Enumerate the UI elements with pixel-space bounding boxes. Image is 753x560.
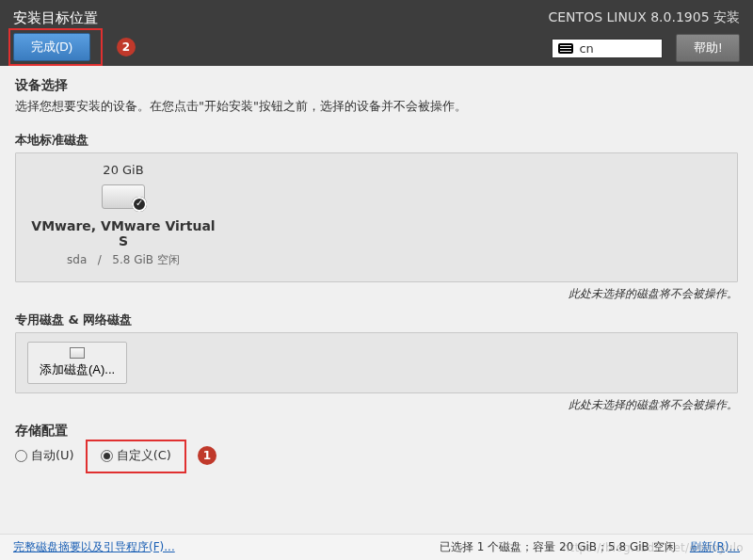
disk-name: VMware, VMware Virtual S bbox=[29, 218, 217, 248]
local-disks-note: 此处未选择的磁盘将不会被操作。 bbox=[15, 286, 738, 302]
radio-auto[interactable]: 自动(U) bbox=[15, 447, 74, 464]
help-button[interactable]: 帮助! bbox=[676, 34, 740, 62]
special-disks-note: 此处未选择的磁盘将不会被操作。 bbox=[15, 397, 738, 413]
keyboard-icon bbox=[558, 43, 573, 54]
footer-bar: 完整磁盘摘要以及引导程序(F)... 已选择 1 个磁盘；容量 20 GiB；5… bbox=[0, 534, 753, 560]
keyboard-layout-indicator[interactable]: cn bbox=[552, 39, 663, 58]
device-select-title: 设备选择 bbox=[15, 77, 738, 94]
radio-icon-custom bbox=[101, 450, 113, 462]
disk-dev: sda bbox=[67, 253, 87, 266]
disk-icon bbox=[102, 184, 145, 209]
done-button-wrapper: 完成(D) bbox=[13, 33, 98, 61]
radio-custom[interactable]: 自定义(C) bbox=[101, 447, 171, 464]
disk-size: 20 GiB bbox=[29, 163, 217, 177]
refresh-link[interactable]: 刷新(R)... bbox=[690, 540, 740, 553]
storage-heading: 存储配置 bbox=[15, 423, 738, 440]
storage-options-row: 自动(U) 自定义(C) 1 bbox=[15, 443, 738, 468]
disk-sep: / bbox=[98, 253, 102, 266]
header-right: CENTOS LINUX 8.0.1905 安装 cn 帮助! bbox=[549, 9, 741, 56]
device-select-desc: 选择您想要安装的设备。在您点击"开始安装"按钮之前，选择的设备并不会被操作。 bbox=[15, 98, 738, 115]
radio-custom-label: 自定义(C) bbox=[117, 447, 171, 464]
footer-right: 已选择 1 个磁盘；容量 20 GiB；5.8 GiB 空闲 刷新(R)... bbox=[440, 539, 740, 555]
disk-item[interactable]: 20 GiB VMware, VMware Virtual S sda / 5.… bbox=[29, 163, 217, 268]
annotation-step-2: 2 bbox=[117, 38, 136, 56]
add-disk-label: 添加磁盘(A)... bbox=[40, 361, 115, 378]
keyboard-layout-label: cn bbox=[579, 41, 593, 56]
installer-subtitle: CENTOS LINUX 8.0.1905 安装 bbox=[549, 9, 741, 26]
header-left: 安装目标位置 完成(D) bbox=[13, 9, 98, 56]
local-disks-panel: 20 GiB VMware, VMware Virtual S sda / 5.… bbox=[15, 152, 738, 282]
header-toolbar: cn 帮助! bbox=[552, 34, 740, 62]
storage-config: 存储配置 自动(U) 自定义(C) 1 bbox=[15, 423, 738, 468]
special-disks-heading: 专用磁盘 & 网络磁盘 bbox=[15, 312, 738, 328]
disk-summary-link[interactable]: 完整磁盘摘要以及引导程序(F)... bbox=[13, 539, 175, 555]
special-disks-panel: 添加磁盘(A)... bbox=[15, 332, 738, 393]
done-button[interactable]: 完成(D) bbox=[13, 33, 90, 61]
disk-subinfo: sda / 5.8 GiB 空闲 bbox=[29, 252, 217, 268]
installer-header: 安装目标位置 完成(D) 2 CENTOS LINUX 8.0.1905 安装 … bbox=[0, 0, 753, 66]
disk-free: 5.8 GiB 空闲 bbox=[112, 253, 180, 266]
check-icon bbox=[134, 199, 145, 210]
add-disk-button[interactable]: 添加磁盘(A)... bbox=[27, 342, 127, 384]
radio-custom-wrapper: 自定义(C) bbox=[91, 443, 181, 468]
add-disk-icon bbox=[70, 347, 85, 359]
annotation-step-1: 1 bbox=[198, 446, 216, 465]
radio-auto-label: 自动(U) bbox=[31, 447, 74, 464]
local-disks-heading: 本地标准磁盘 bbox=[15, 132, 738, 149]
footer-status: 已选择 1 个磁盘；容量 20 GiB；5.8 GiB 空闲 bbox=[440, 540, 676, 553]
radio-icon-auto bbox=[15, 450, 27, 462]
content-area: 设备选择 选择您想要安装的设备。在您点击"开始安装"按钮之前，选择的设备并不会被… bbox=[0, 66, 753, 534]
page-title: 安装目标位置 bbox=[13, 9, 98, 27]
